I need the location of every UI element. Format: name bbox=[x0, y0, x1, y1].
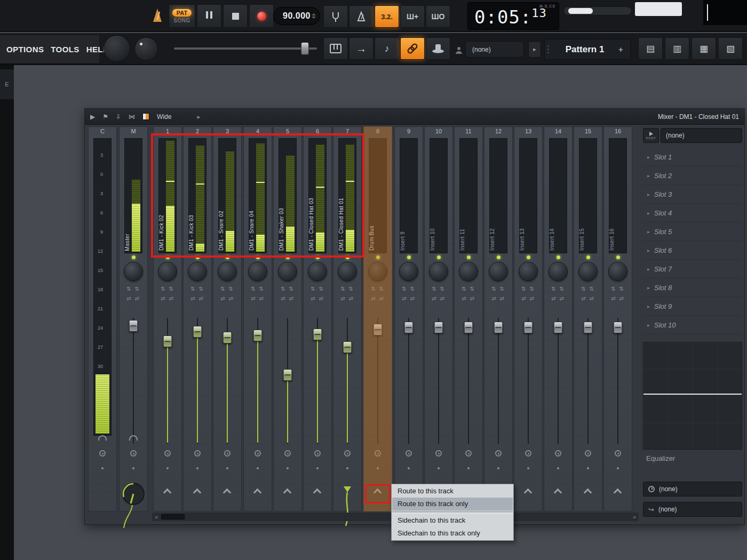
track-number[interactable]: 15 bbox=[574, 128, 602, 134]
fader-handle[interactable] bbox=[343, 341, 352, 353]
browser-button[interactable] bbox=[426, 37, 450, 60]
volume-fader[interactable] bbox=[120, 318, 147, 446]
record-arm-icon[interactable] bbox=[344, 450, 351, 457]
pan-arrows-icon[interactable]: ⇄ ⇄ bbox=[333, 295, 361, 301]
flag-icon[interactable]: ⚑ bbox=[102, 113, 108, 121]
context-menu-item[interactable]: Sidechain to this track bbox=[392, 514, 513, 527]
stereo-arrows-icon[interactable]: ⇅ ⇅ bbox=[544, 286, 572, 292]
fader-handle[interactable] bbox=[554, 322, 563, 333]
fader-handle[interactable] bbox=[434, 322, 443, 333]
fader-handle[interactable] bbox=[374, 324, 383, 335]
pan-knob[interactable] bbox=[188, 262, 207, 281]
stereo-arrows-icon[interactable]: ⇅ ⇅ bbox=[213, 286, 241, 292]
volume-fader[interactable] bbox=[484, 318, 512, 446]
pan-arrows-icon[interactable]: ⇄ ⇄ bbox=[274, 295, 301, 301]
mixer-layout-button[interactable]: ▧ bbox=[718, 37, 743, 60]
route-arrow-icon[interactable] bbox=[584, 489, 592, 497]
record-arm-icon[interactable] bbox=[435, 450, 442, 457]
stereo-arrows-icon[interactable]: ⇅ ⇅ bbox=[364, 286, 392, 292]
route-arrow-icon[interactable] bbox=[253, 489, 262, 497]
pat-mode-label[interactable]: PAT bbox=[172, 9, 192, 17]
route-arrow-icon[interactable] bbox=[283, 489, 292, 497]
volume-fader[interactable] bbox=[244, 318, 272, 446]
shuffle-slider[interactable] bbox=[174, 47, 317, 50]
pan-arrows-icon[interactable]: ⇄ ⇄ bbox=[604, 295, 632, 301]
fx-slot[interactable]: ▸Slot 7 bbox=[643, 260, 742, 278]
track-number[interactable]: 10 bbox=[425, 128, 452, 134]
playlist-button[interactable] bbox=[323, 37, 348, 60]
record-arm-icon[interactable] bbox=[465, 450, 472, 457]
rack-top-select[interactable]: (none) bbox=[661, 128, 742, 143]
pan-knob[interactable] bbox=[489, 262, 508, 281]
record-arm-icon[interactable] bbox=[406, 450, 412, 457]
pan-knob[interactable] bbox=[158, 262, 177, 281]
pan-knob[interactable] bbox=[124, 262, 143, 281]
fader-handle[interactable] bbox=[283, 369, 292, 381]
menu-options[interactable]: OPTIONS bbox=[6, 45, 44, 54]
volume-fader[interactable] bbox=[333, 318, 361, 446]
record-arm-icon[interactable] bbox=[615, 450, 621, 457]
scroll-right-icon[interactable]: » bbox=[633, 514, 636, 520]
fx-slot[interactable]: ▸Slot 4 bbox=[643, 204, 742, 222]
route-arrow-icon[interactable] bbox=[614, 489, 622, 497]
play-icon[interactable]: ▶ bbox=[90, 113, 95, 121]
pan-knob[interactable] bbox=[519, 262, 538, 281]
dock-icon[interactable]: ⇩ bbox=[116, 113, 121, 121]
fader-handle[interactable] bbox=[614, 322, 623, 333]
scrollbar-handle[interactable] bbox=[161, 514, 185, 519]
volume-fader[interactable] bbox=[425, 318, 452, 446]
output-select[interactable]: ↪ (none) bbox=[643, 502, 742, 517]
equalizer-graph[interactable] bbox=[643, 342, 742, 450]
record-arm-icon[interactable] bbox=[525, 450, 531, 457]
stop-button[interactable] bbox=[223, 4, 248, 28]
pattern-selector[interactable]: Pattern 1 + bbox=[544, 39, 631, 60]
track-number[interactable]: 9 bbox=[395, 128, 423, 134]
stereo-arrows-icon[interactable]: ⇅ ⇅ bbox=[244, 286, 272, 292]
volume-fader[interactable] bbox=[544, 318, 572, 446]
fx-slot[interactable]: ▸Slot 3 bbox=[643, 185, 742, 204]
mixer-track-16[interactable]: 16Insert 16⇅ ⇅⇄ ⇄ bbox=[603, 126, 632, 511]
headphones-icon[interactable] bbox=[129, 435, 138, 441]
volume-fader[interactable] bbox=[604, 318, 632, 446]
pan-arrows-icon[interactable]: ⇄ ⇄ bbox=[184, 295, 211, 301]
record-arm-icon[interactable] bbox=[585, 450, 591, 457]
pat-song-toggle[interactable]: PAT SONG bbox=[169, 4, 195, 28]
view-mode-label[interactable]: Wide bbox=[157, 113, 171, 121]
route-arrow-icon[interactable] bbox=[223, 489, 232, 497]
volume-fader[interactable] bbox=[274, 318, 301, 446]
route-arrow-icon[interactable] bbox=[524, 489, 533, 497]
tempo-spinner[interactable] bbox=[312, 13, 316, 19]
track-number[interactable]: M bbox=[120, 128, 147, 134]
context-menu-item[interactable]: Route to this track only bbox=[392, 498, 513, 510]
pan-arrows-icon[interactable]: ⇄ ⇄ bbox=[425, 295, 452, 301]
pan-arrows-icon[interactable]: ⇄ ⇄ bbox=[395, 295, 423, 301]
context-menu-item[interactable]: Sidechain to this track only bbox=[392, 527, 513, 540]
metronome-icon[interactable] bbox=[152, 7, 163, 23]
pan-knob[interactable] bbox=[608, 262, 627, 281]
volume-fader[interactable] bbox=[213, 318, 241, 446]
track-number[interactable]: 14 bbox=[544, 128, 572, 134]
pan-knob[interactable] bbox=[429, 262, 448, 281]
mixer-track-14[interactable]: 14Insert 14⇅ ⇅⇄ ⇄ bbox=[544, 126, 573, 511]
mixer-track-15[interactable]: 15Insert 15⇅ ⇅⇄ ⇄ bbox=[574, 126, 602, 511]
route-arrow-icon[interactable] bbox=[313, 489, 322, 497]
piano-roll-button[interactable]: ♪ bbox=[375, 37, 399, 60]
volume-fader[interactable] bbox=[364, 318, 392, 446]
headphones-icon[interactable] bbox=[98, 435, 107, 441]
record-arm-icon[interactable] bbox=[224, 450, 231, 457]
pan-arrows-icon[interactable]: ⇄ ⇄ bbox=[304, 295, 331, 301]
volume-fader[interactable] bbox=[514, 318, 542, 446]
fader-handle[interactable] bbox=[494, 322, 503, 333]
volume-fader[interactable] bbox=[304, 318, 331, 446]
view-expand-icon[interactable]: ▸ bbox=[197, 113, 200, 121]
mixer-track-8[interactable]: 8Drum Bus⇅ ⇅⇄ ⇄ bbox=[363, 126, 392, 511]
time-select[interactable]: (none) bbox=[643, 482, 742, 497]
stereo-arrows-icon[interactable]: ⇅ ⇅ bbox=[484, 286, 512, 292]
pan-knob[interactable] bbox=[368, 262, 387, 281]
mixer-track-9[interactable]: 9Insert 9⇅ ⇅⇄ ⇄ bbox=[394, 126, 423, 511]
pattern-name[interactable]: Pattern 1 bbox=[551, 44, 618, 55]
stereo-arrows-icon[interactable]: ⇅ ⇅ bbox=[395, 286, 423, 292]
fx-slot[interactable]: ▸Slot 10 bbox=[643, 316, 742, 334]
mixer-track-13[interactable]: 13Insert 13⇅ ⇅⇄ ⇄ bbox=[514, 126, 543, 511]
pan-knob[interactable] bbox=[399, 262, 418, 281]
